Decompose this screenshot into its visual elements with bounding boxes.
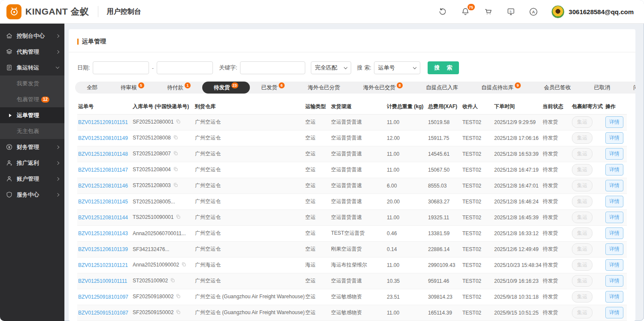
copy-icon[interactable] xyxy=(176,309,181,316)
waybill-number-link[interactable]: BZV01251208101148 xyxy=(78,151,128,157)
tab-label: 自提点待出库 xyxy=(481,84,513,91)
detail-button[interactable]: 详情 xyxy=(605,212,623,223)
recipient-cell: TEST02 xyxy=(462,273,493,289)
detail-button[interactable]: 详情 xyxy=(605,132,623,144)
detail-button[interactable]: 详情 xyxy=(605,180,623,191)
sidebar-item-6[interactable]: 服务中心 xyxy=(0,187,64,203)
tab-item-7[interactable]: 自提点已入库 xyxy=(414,82,470,94)
detail-button[interactable]: 详情 xyxy=(605,148,623,160)
copy-icon[interactable] xyxy=(173,182,178,189)
consolidate-button[interactable]: 集运 xyxy=(572,243,592,255)
waybill-number-link[interactable]: BZV01251023101121 xyxy=(78,262,128,268)
waybill-number-link[interactable]: BZV01251208101146 xyxy=(78,183,128,189)
workbench-monitor-icon[interactable]: b xyxy=(506,6,516,17)
detail-button[interactable]: 详情 xyxy=(605,291,623,303)
copy-icon[interactable] xyxy=(176,214,181,221)
waybill-number-link[interactable]: BZV01251208101143 xyxy=(78,230,128,236)
tab-item-4[interactable]: 已发货6 xyxy=(250,82,297,94)
sidebar-subitem-2-1[interactable]: 包裹管理12 xyxy=(0,91,64,107)
sidebar-subitem-2-2[interactable]: 运单管理 xyxy=(0,107,64,123)
sidebar-subitem-2-3[interactable]: 无主包裹 xyxy=(0,123,64,139)
search-button[interactable]: 搜 索 xyxy=(428,61,459,74)
tab-item-6[interactable]: 海外仓已交货8 xyxy=(352,82,414,94)
consolidate-button[interactable]: 集运 xyxy=(572,291,592,303)
detail-button[interactable]: 详情 xyxy=(605,164,623,176)
waybill-table: 运单号入库单号 (中国快递单号)到货仓库运输类型发货渠道计费总重量 (kg)总费… xyxy=(77,99,627,321)
sidebar-item-4[interactable]: 推广返利 xyxy=(0,155,64,171)
cart-icon[interactable] xyxy=(483,6,493,17)
copy-icon[interactable] xyxy=(181,262,186,268)
waybill-number-link[interactable]: BZV01251208101144 xyxy=(78,215,128,221)
consolidate-button[interactable]: 集运 xyxy=(572,275,592,287)
waybill-number-link[interactable]: BZV01251208101145 xyxy=(78,199,128,205)
sidebar-item-2[interactable]: 集运转运 xyxy=(0,60,64,76)
user-avatar[interactable] xyxy=(551,5,565,18)
sidebar-subitem-2-0[interactable]: 我要发货 xyxy=(0,76,64,91)
detail-button[interactable]: 详情 xyxy=(605,259,623,271)
copy-icon[interactable] xyxy=(170,278,175,284)
tab-item-0[interactable]: 全部 xyxy=(75,82,109,94)
detail-button[interactable]: 详情 xyxy=(605,307,623,318)
status-cell: 待发货 xyxy=(542,241,571,257)
consolidate-button[interactable]: 集运 xyxy=(572,132,592,144)
copy-icon[interactable] xyxy=(173,135,178,141)
total-fee-cell: 13381.59 xyxy=(427,225,462,241)
detail-button[interactable]: 详情 xyxy=(605,116,623,128)
date-to-input[interactable] xyxy=(157,61,213,74)
sidebar-item-1[interactable]: 代购管理 xyxy=(0,44,64,60)
tab-item-5[interactable]: 海外仓已分货 xyxy=(296,82,352,94)
table-row: BZV01251209101151SF202512080001广州空运仓空运空运… xyxy=(77,114,627,130)
match-mode-select[interactable]: 完全匹配 xyxy=(311,61,351,74)
warehouse-cell: 广州空运仓 xyxy=(194,225,304,241)
consolidate-button[interactable]: 集运 xyxy=(572,164,592,176)
sidebar-item-3[interactable]: 财务管理 xyxy=(0,139,64,155)
search-type-select[interactable]: 运单号 xyxy=(374,61,420,74)
letter-a-circle-icon[interactable]: A xyxy=(529,6,539,17)
tab-item-3[interactable]: 待发货23 xyxy=(202,82,250,94)
tab-count-badge: 1 xyxy=(185,82,191,88)
warehouse-cell: 广州空运仓 (Guangzhou Air Freight Warehouse) xyxy=(194,305,304,321)
tab-item-2[interactable]: 待付款1 xyxy=(156,82,203,94)
waybill-number-link[interactable]: BZV01251206101139 xyxy=(78,246,128,252)
consolidate-button[interactable]: 集运 xyxy=(572,148,592,160)
copy-icon[interactable] xyxy=(176,294,181,300)
history-icon[interactable] xyxy=(437,6,448,17)
date-from-input[interactable] xyxy=(93,61,149,74)
tab-item-9[interactable]: 会员已签收 xyxy=(532,82,583,94)
detail-button[interactable]: 详情 xyxy=(605,275,623,287)
waybill-number-link[interactable]: BZV01250918101097 xyxy=(78,294,128,300)
detail-button[interactable]: 详情 xyxy=(605,227,623,239)
transport-type-cell: 空运 xyxy=(304,146,330,162)
waybill-number-link[interactable]: BZV01251209101151 xyxy=(78,119,128,125)
consolidate-button[interactable]: 集运 xyxy=(572,212,592,223)
waybill-number-link[interactable]: BZV01251208101147 xyxy=(78,167,128,173)
waybill-number-link[interactable]: BZV01251009101111 xyxy=(78,278,127,284)
keyword-input[interactable] xyxy=(240,61,305,74)
consolidate-button[interactable]: 集运 xyxy=(572,196,592,207)
tab-item-1[interactable]: 待审核5 xyxy=(109,82,156,94)
consolidate-button[interactable]: 集运 xyxy=(572,259,592,271)
consolidate-button[interactable]: 集运 xyxy=(572,116,592,128)
total-fee-cell: 19325.11 xyxy=(427,209,462,225)
detail-button[interactable]: 详情 xyxy=(605,196,623,207)
recipient-cell: TEST02 xyxy=(462,162,493,178)
consolidate-button[interactable]: 集运 xyxy=(572,180,592,191)
waybill-number-link[interactable]: BZV01251208101149 xyxy=(78,135,128,141)
consolidate-button[interactable]: 集运 xyxy=(572,307,592,318)
notifications-bell-icon[interactable]: 75 xyxy=(460,6,471,17)
waybill-number-link[interactable]: BZV01250915101087 xyxy=(78,310,128,316)
copy-icon[interactable] xyxy=(173,151,178,157)
inbound-number: ST20251208007 xyxy=(133,151,171,157)
copy-icon[interactable] xyxy=(173,167,178,173)
weight-cell: 23.51 xyxy=(386,289,427,305)
tab-item-11[interactable]: 问题单1 xyxy=(622,82,635,94)
sidebar-item-5[interactable]: 账户管理 xyxy=(0,171,64,187)
detail-button[interactable]: 详情 xyxy=(605,243,623,255)
tab-item-10[interactable]: 已取消 xyxy=(583,82,622,94)
copy-icon[interactable] xyxy=(176,119,181,125)
table-row: BZV01251208101145ST20251208005...广州空运仓空运… xyxy=(77,194,627,209)
consolidate-button[interactable]: 集运 xyxy=(572,227,592,239)
tab-item-8[interactable]: 自提点待出库9 xyxy=(470,82,532,94)
search-type-value: 运单号 xyxy=(378,64,395,72)
sidebar-item-0[interactable]: 控制台中心 xyxy=(0,28,64,44)
